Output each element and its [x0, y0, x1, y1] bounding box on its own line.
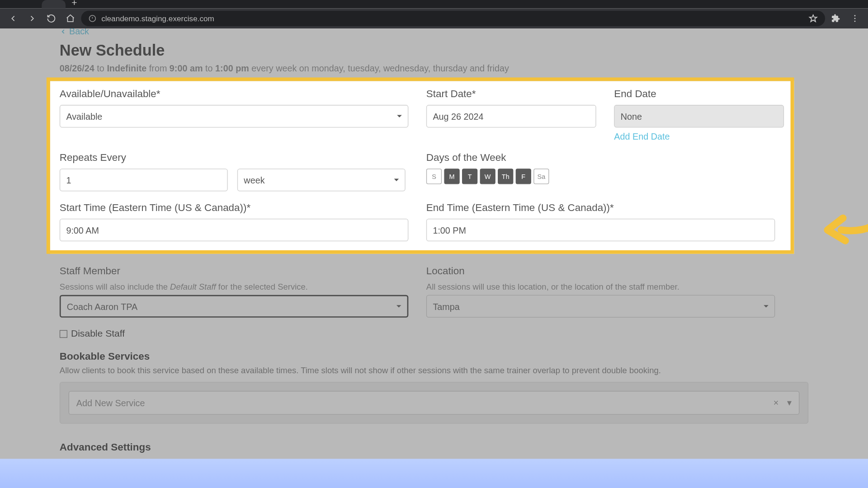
svg-point-1 [854, 15, 856, 16]
new-tab-button[interactable]: + [66, 0, 83, 8]
svg-point-3 [854, 21, 856, 22]
back-link[interactable]: Back [60, 28, 808, 36]
end-date-input: None [614, 105, 784, 127]
start-time-input[interactable]: 9:00 AM [60, 219, 408, 241]
clear-icon[interactable]: × [774, 398, 779, 408]
staff-select[interactable]: Coach Aaron TPA [60, 295, 408, 318]
end-date-label: End Date [614, 88, 784, 100]
days-of-week: SMTWThFSa [426, 169, 775, 184]
repeats-count-input[interactable]: 1 [60, 169, 228, 191]
location-help: All sessions will use this location, or … [426, 282, 775, 291]
days-label: Days of the Week [426, 152, 775, 164]
dropdown-caret-icon[interactable]: ▾ [787, 398, 792, 408]
end-time-label: End Time (Eastern Time (US & Canada))* [426, 202, 775, 214]
svg-point-2 [854, 18, 856, 19]
start-date-label: Start Date* [426, 88, 596, 100]
url-text: cleandemo.staging.exercise.com [101, 14, 214, 23]
start-time-label: Start Time (Eastern Time (US & Canada))* [60, 202, 408, 214]
day-toggle-m[interactable]: M [444, 169, 459, 184]
browser-tab-strip: + [0, 0, 868, 8]
extensions-icon[interactable] [827, 10, 844, 27]
bookable-services-desc: Allow clients to book this service based… [60, 365, 808, 375]
address-bar[interactable]: cleandemo.staging.exercise.com [81, 11, 825, 26]
repeats-unit-select[interactable]: week [237, 169, 406, 191]
home-icon[interactable] [62, 10, 79, 27]
checkbox-icon [60, 330, 67, 338]
day-toggle-f[interactable]: F [516, 169, 531, 184]
chevron-left-icon [60, 28, 67, 35]
browser-tab[interactable] [42, 0, 66, 8]
reload-icon[interactable] [43, 10, 60, 27]
menu-dots-icon[interactable] [847, 10, 863, 27]
location-select[interactable]: Tampa [426, 295, 775, 318]
day-toggle-sa[interactable]: Sa [533, 169, 549, 184]
forward-icon[interactable] [24, 10, 41, 27]
services-container: Add New Service × ▾ [60, 382, 808, 423]
location-label: Location [426, 265, 775, 277]
end-time-input[interactable]: 1:00 PM [426, 219, 775, 241]
day-toggle-s[interactable]: S [426, 169, 442, 184]
day-toggle-th[interactable]: Th [498, 169, 513, 184]
page-title: New Schedule [60, 41, 808, 60]
staff-label: Staff Member [60, 265, 408, 277]
availability-label: Available/Unavailable* [60, 88, 408, 100]
bookmark-star-icon[interactable] [808, 14, 818, 23]
back-icon[interactable] [5, 10, 22, 27]
repeats-label: Repeats Every [60, 152, 408, 164]
day-toggle-w[interactable]: W [480, 169, 495, 184]
add-service-select[interactable]: Add New Service × ▾ [69, 391, 800, 415]
disable-staff-checkbox[interactable]: Disable Staff [60, 328, 808, 339]
start-date-input[interactable]: Aug 26 2024 [426, 105, 596, 127]
bottom-gradient [0, 459, 868, 488]
site-info-icon [88, 14, 96, 23]
staff-help: Sessions will also include the Default S… [60, 282, 408, 291]
day-toggle-t[interactable]: T [462, 169, 477, 184]
browser-toolbar: cleandemo.staging.exercise.com [0, 8, 868, 28]
bookable-services-title: Bookable Services [60, 351, 808, 363]
schedule-summary: 08/26/24 to Indefinite from 9:00 am to 1… [60, 63, 808, 73]
add-end-date-link[interactable]: Add End Date [614, 131, 784, 141]
advanced-settings-title: Advanced Settings [60, 441, 808, 453]
availability-select[interactable]: Available [60, 105, 408, 127]
